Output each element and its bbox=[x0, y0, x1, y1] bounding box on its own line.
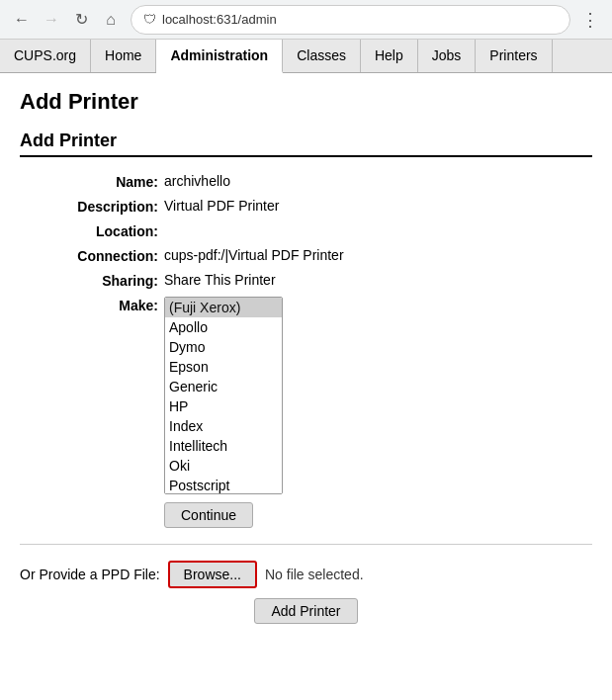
add-printer-container: Add Printer bbox=[20, 598, 592, 624]
description-row: Description: Virtual PDF Printer bbox=[40, 198, 592, 215]
nav-bar: CUPS.org Home Administration Classes Hel… bbox=[0, 40, 612, 73]
nav-item-administration[interactable]: Administration bbox=[156, 40, 283, 73]
shield-icon: 🛡 bbox=[143, 12, 156, 27]
browse-button[interactable]: Browse... bbox=[168, 561, 257, 588]
nav-item-printers[interactable]: Printers bbox=[476, 40, 552, 72]
nav-item-jobs[interactable]: Jobs bbox=[418, 40, 477, 72]
sharing-value: Share This Printer bbox=[164, 272, 592, 288]
make-row: Make: (Fuji Xerox)ApolloDymoEpsonGeneric… bbox=[40, 297, 592, 528]
back-button[interactable]: ← bbox=[8, 6, 36, 34]
name-value: archivhello bbox=[164, 173, 592, 189]
nav-item-home[interactable]: Home bbox=[91, 40, 156, 72]
description-value: Virtual PDF Printer bbox=[164, 198, 592, 214]
browser-chrome: ← → ↻ ⌂ 🛡 localhost:631/admin ⋮ bbox=[0, 0, 612, 40]
nav-item-classes[interactable]: Classes bbox=[283, 40, 361, 72]
add-printer-form: Name: archivhello Description: Virtual P… bbox=[40, 173, 592, 528]
connection-value: cups-pdf:/|Virtual PDF Printer bbox=[164, 247, 592, 263]
continue-button[interactable]: Continue bbox=[164, 502, 253, 528]
make-select[interactable]: (Fuji Xerox)ApolloDymoEpsonGenericHPInde… bbox=[164, 297, 283, 494]
name-label: Name: bbox=[40, 173, 158, 190]
location-row: Location: bbox=[40, 222, 592, 239]
name-row: Name: archivhello bbox=[40, 173, 592, 190]
section-title: Add Printer bbox=[20, 131, 592, 157]
sharing-row: Sharing: Share This Printer bbox=[40, 272, 592, 289]
connection-row: Connection: cups-pdf:/|Virtual PDF Print… bbox=[40, 247, 592, 264]
page-title: Add Printer bbox=[20, 89, 592, 115]
forward-button[interactable]: → bbox=[38, 6, 65, 34]
location-label: Location: bbox=[40, 222, 158, 239]
address-bar[interactable]: 🛡 localhost:631/admin bbox=[131, 5, 570, 35]
no-file-text: No file selected. bbox=[265, 567, 364, 582]
sharing-label: Sharing: bbox=[40, 272, 158, 289]
add-printer-button[interactable]: Add Printer bbox=[254, 598, 357, 624]
description-label: Description: bbox=[40, 198, 158, 215]
connection-label: Connection: bbox=[40, 247, 158, 264]
nav-buttons: ← → ↻ ⌂ bbox=[8, 6, 125, 34]
browser-menu-button[interactable]: ⋮ bbox=[576, 6, 604, 34]
ppd-label: Or Provide a PPD File: bbox=[20, 567, 160, 582]
make-value: (Fuji Xerox)ApolloDymoEpsonGenericHPInde… bbox=[164, 297, 592, 528]
url-text: localhost:631/admin bbox=[162, 12, 277, 27]
make-label: Make: bbox=[40, 297, 158, 313]
nav-item-help[interactable]: Help bbox=[361, 40, 418, 72]
page-content: Add Printer Add Printer Name: archivhell… bbox=[0, 73, 612, 640]
reload-button[interactable]: ↻ bbox=[67, 6, 95, 34]
nav-item-cups[interactable]: CUPS.org bbox=[0, 40, 91, 72]
ppd-section: Or Provide a PPD File: Browse... No file… bbox=[20, 544, 592, 588]
home-button[interactable]: ⌂ bbox=[97, 6, 125, 34]
